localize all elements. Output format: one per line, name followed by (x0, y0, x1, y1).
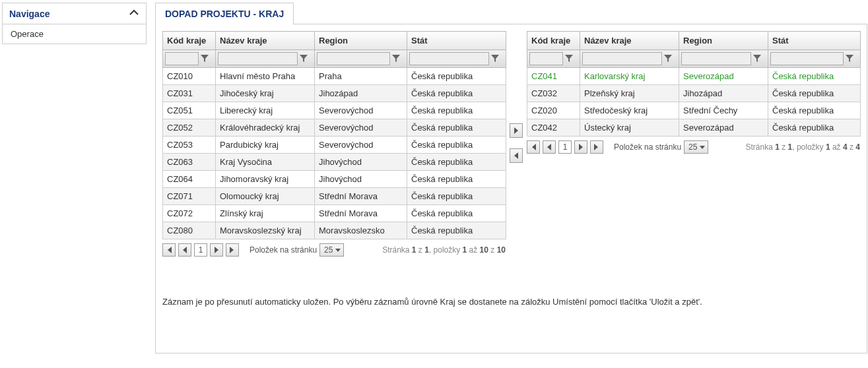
sidebar-item-operace[interactable]: Operace (3, 24, 146, 44)
table-row[interactable]: CZ010Hlavní město PrahaPrahaČeská republ… (163, 68, 506, 85)
cell-name: Kraj Vysočina (216, 154, 315, 171)
filter-icon[interactable] (298, 52, 310, 65)
filter-icon[interactable] (563, 52, 575, 65)
nav-panel: Navigace Operace (2, 3, 147, 44)
move-left-button[interactable] (510, 148, 523, 163)
filter-code-input[interactable] (529, 52, 563, 65)
table-row[interactable]: CZ071Olomoucký krajStřední MoravaČeská r… (163, 188, 506, 205)
sidebar-item-label: Operace (11, 29, 44, 39)
cell-state: Česká republika (407, 188, 506, 205)
cell-region: Severovýchod (315, 137, 407, 154)
filter-icon[interactable] (390, 52, 402, 65)
pager-first-button[interactable] (162, 243, 176, 257)
nav-title: Navigace (9, 9, 50, 19)
cell-region: Moravskoslezsko (315, 222, 407, 239)
filter-icon[interactable] (844, 52, 855, 65)
table-row[interactable]: CZ020Středočeský krajStřední ČechyČeská … (527, 102, 861, 119)
filter-name-input[interactable] (582, 52, 662, 65)
filter-icon[interactable] (199, 52, 211, 65)
pager-prev-button[interactable] (543, 140, 556, 154)
cell-region: Severovýchod (315, 119, 407, 137)
col-header-name[interactable]: Název kraje (216, 32, 315, 50)
right-table: Kód kraje Název kraje Region Stát (527, 31, 861, 137)
pager-first-button[interactable] (527, 140, 540, 154)
filter-region-input[interactable] (681, 52, 751, 65)
cell-name: Olomoucký kraj (216, 188, 315, 205)
nav-header[interactable]: Navigace (3, 3, 146, 24)
cell-region: Severozápad (679, 68, 768, 85)
filter-icon[interactable] (662, 52, 674, 65)
col-header-code[interactable]: Kód kraje (527, 32, 580, 50)
cell-code: CZ051 (163, 102, 216, 119)
col-header-region[interactable]: Region (679, 32, 768, 50)
pager-page-number[interactable]: 1 (194, 243, 207, 257)
col-header-region[interactable]: Region (315, 32, 407, 50)
cell-name: Ústecký kraj (580, 119, 679, 137)
cell-name: Moravskoslezský kraj (216, 222, 315, 239)
cell-name: Jihočeský kraj (216, 85, 315, 102)
pager-next-button[interactable] (574, 140, 587, 154)
move-right-button[interactable] (510, 123, 523, 138)
cell-state: Česká republika (407, 119, 506, 137)
table-row[interactable]: CZ072Zlínský krajStřední MoravaČeská rep… (163, 205, 506, 222)
cell-code: CZ063 (163, 154, 216, 171)
cell-region: Jihovýchod (315, 154, 407, 171)
col-header-state[interactable]: Stát (768, 32, 861, 50)
tab-dopad-projektu-kraj[interactable]: DOPAD PROJEKTU - KRAJ (155, 3, 294, 24)
table-row[interactable]: CZ051Liberecký krajSeverovýchodČeská rep… (163, 102, 506, 119)
cell-code: CZ010 (163, 68, 216, 85)
cell-code: CZ042 (527, 119, 580, 137)
cell-state: Česká republika (407, 68, 506, 85)
cell-state: Česká republika (407, 222, 506, 239)
table-row[interactable]: CZ052Královéhradecký krajSeverovýchodČes… (163, 119, 506, 137)
main-area: DOPAD PROJEKTU - KRAJ Kód kraje Název kr… (150, 0, 868, 368)
cell-state: Česká republika (407, 102, 506, 119)
filter-icon[interactable] (751, 52, 763, 65)
left-pager: 1 Položek na stránku 25 Stránka 1 z 1, p… (162, 243, 506, 257)
table-row[interactable]: CZ032Plzeňský krajJihozápadČeská republi… (527, 85, 861, 102)
pager-prev-button[interactable] (178, 243, 191, 257)
table-row[interactable]: CZ080Moravskoslezský krajMoravskoslezsko… (163, 222, 506, 239)
cell-name: Liberecký kraj (216, 102, 315, 119)
cell-state: Česká republika (407, 171, 506, 188)
filter-region-input[interactable] (317, 52, 390, 65)
col-header-code[interactable]: Kód kraje (163, 32, 216, 50)
per-page-label: Položek na stránku (614, 142, 681, 152)
filter-code-input[interactable] (165, 52, 199, 65)
pager-next-button[interactable] (210, 243, 223, 257)
table-row[interactable]: CZ041Karlovarský krajSeverozápadČeská re… (527, 68, 861, 85)
table-row[interactable]: CZ031Jihočeský krajJihozápadČeská republ… (163, 85, 506, 102)
pager-last-button[interactable] (226, 243, 239, 257)
table-row[interactable]: CZ063Kraj VysočinaJihovýchodČeská republ… (163, 154, 506, 171)
pager-info: Stránka 1 z 1, položky 1 až 4 z 4 (745, 142, 860, 152)
tab-label: DOPAD PROJEKTU - KRAJ (165, 9, 284, 19)
cell-state: Česká republika (407, 205, 506, 222)
pager-last-button[interactable] (590, 140, 603, 154)
cell-state: Česká republika (407, 137, 506, 154)
filter-name-input[interactable] (218, 52, 298, 65)
cell-name: Královéhradecký kraj (216, 119, 315, 137)
left-grid: Kód kraje Název kraje Region Stát (162, 31, 506, 257)
cell-code: CZ064 (163, 171, 216, 188)
table-row[interactable]: CZ064Jihomoravský krajJihovýchodČeská re… (163, 171, 506, 188)
cell-region: Severovýchod (315, 102, 407, 119)
col-header-name[interactable]: Název kraje (580, 32, 679, 50)
table-row[interactable]: CZ042Ústecký krajSeverozápadČeská republ… (527, 119, 861, 137)
pager-page-number[interactable]: 1 (558, 140, 572, 154)
cell-name: Plzeňský kraj (580, 85, 679, 102)
per-page-select[interactable]: 25 (319, 243, 344, 257)
cell-region: Praha (315, 68, 407, 85)
filter-state-input[interactable] (770, 52, 844, 65)
cell-code: CZ071 (163, 188, 216, 205)
chevron-up-icon (129, 7, 139, 20)
table-row[interactable]: CZ053Pardubický krajSeverovýchodČeská re… (163, 137, 506, 154)
per-page-select[interactable]: 25 (684, 140, 708, 154)
filter-state-input[interactable] (409, 52, 489, 65)
footer-note: Záznam je po přesunutí automaticky ulože… (162, 297, 702, 307)
per-page-label: Položek na stránku (250, 245, 317, 255)
cell-region: Střední Morava (315, 205, 407, 222)
cell-name: Pardubický kraj (216, 137, 315, 154)
filter-icon[interactable] (489, 52, 501, 65)
col-header-state[interactable]: Stát (407, 32, 506, 50)
cell-state: Česká republika (407, 154, 506, 171)
